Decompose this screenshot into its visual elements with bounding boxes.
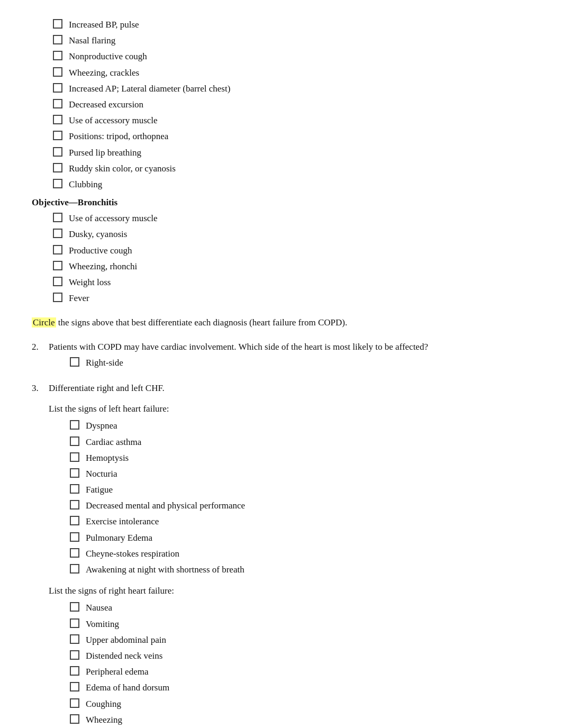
list-item-text: Distended neck veins	[86, 649, 162, 663]
bullet-icon	[53, 19, 62, 29]
circle-instruction: Circle the signs above that best differe…	[32, 315, 530, 330]
question-3: 3. Differentiate right and left CHF. Lis…	[32, 381, 530, 728]
bullet-icon	[53, 179, 62, 188]
bullet-icon	[70, 484, 79, 494]
list-item-text: Nasal flaring	[69, 33, 115, 48]
list-item-text: Increased BP, pulse	[69, 17, 139, 32]
bullet-icon	[70, 618, 79, 628]
list-item-text: Use of accessory muscle	[69, 211, 158, 225]
bullet-icon	[53, 131, 62, 140]
bullet-icon	[70, 436, 79, 446]
list-item: Clubbing	[53, 177, 530, 192]
q2-content: Patients with COPD may have cardiac invo…	[49, 340, 530, 371]
list-item: Edema of hand dorsum	[70, 680, 530, 695]
list-item: Wheezing, rhonchi	[53, 259, 530, 274]
q3-number: 3.	[32, 381, 49, 395]
list-item-text: Wheezing, rhonchi	[69, 259, 137, 274]
list-item-text: Cardiac asthma	[86, 435, 141, 449]
q3-text: Differentiate right and left CHF.	[49, 383, 165, 393]
list-item-text: Fever	[69, 291, 89, 305]
list-item: Pulmonary Edema	[70, 530, 530, 545]
list-item-text: Decreased mental and physical performanc…	[86, 498, 245, 513]
bullet-icon	[70, 714, 79, 724]
bullet-icon	[70, 532, 79, 542]
bullet-icon	[70, 564, 79, 574]
question-2: 2. Patients with COPD may have cardiac i…	[32, 340, 530, 371]
list-item: Cheyne-stokes respiration	[70, 546, 530, 561]
right-failure-label: List the signs of right heart failure:	[49, 584, 530, 598]
list-item-text: Vomiting	[86, 617, 119, 631]
list-item-text: Weight loss	[69, 275, 111, 289]
bullet-icon	[53, 115, 62, 124]
circle-rest: the signs above that best differentiate …	[56, 317, 348, 327]
list-item-text: Ruddy skin color, or cyanosis	[69, 161, 176, 176]
list-item: Vomiting	[70, 616, 530, 632]
list-item-text: Dyspnea	[86, 418, 117, 433]
list-item: Increased AP; Lateral diameter (barrel c…	[53, 81, 530, 96]
list-item: Nonproductive cough	[53, 49, 530, 64]
bullet-icon	[53, 147, 62, 157]
bullet-icon	[70, 634, 79, 644]
list-item-text: Clubbing	[69, 177, 102, 192]
list-item: Dusky, cyanosis	[53, 226, 530, 242]
list-item: Upper abdominal pain	[70, 632, 530, 648]
list-item: Fever	[53, 290, 530, 306]
bullet-icon	[70, 516, 79, 525]
bullet-icon	[53, 213, 62, 222]
list-item-text: Hemoptysis	[86, 451, 129, 465]
list-item: Hemoptysis	[70, 450, 530, 466]
bullet-icon	[53, 99, 62, 108]
list-item: Dyspnea	[70, 418, 530, 433]
list-item-text: Use of accessory muscle	[69, 113, 158, 128]
list-item: Peripheral edema	[70, 664, 530, 679]
list-item-text: Exercise intolerance	[86, 514, 159, 529]
bullet-icon	[53, 51, 62, 60]
list-item: Awakening at night with shortness of bre…	[70, 562, 530, 577]
bullet-icon	[70, 452, 79, 462]
list-item-text: Productive cough	[69, 243, 132, 258]
bullet-icon	[53, 83, 62, 93]
list-item: Wheezing	[70, 712, 530, 727]
list-item: Distended neck veins	[70, 648, 530, 663]
list-item: Wheezing, crackles	[53, 65, 530, 80]
bullet-icon	[70, 682, 79, 691]
list-item-text: Peripheral edema	[86, 665, 148, 679]
bullet-icon	[53, 261, 62, 270]
bronchitis-list: Use of accessory muscleDusky, cyanosisPr…	[32, 211, 530, 306]
list-item: Right-side	[70, 355, 530, 370]
list-item-text: Fatigue	[86, 483, 113, 497]
list-item-text: Decreased excursion	[69, 97, 143, 112]
bullet-icon	[70, 650, 79, 660]
list-item: Positions: tripod, orthopnea	[53, 129, 530, 144]
bullet-icon	[70, 468, 79, 478]
list-item-text: Increased AP; Lateral diameter (barrel c…	[69, 81, 230, 96]
list-item-text: Pulmonary Edema	[86, 531, 152, 545]
list-item-text: Cheyne-stokes respiration	[86, 547, 179, 561]
list-item-text: Nausea	[86, 600, 112, 615]
bullet-icon	[53, 163, 62, 172]
left-failure-list: DyspneaCardiac asthmaHemoptysisNocturiaF…	[49, 418, 530, 577]
bullet-icon	[70, 698, 79, 708]
bullet-icon	[70, 500, 79, 509]
list-item: Decreased mental and physical performanc…	[70, 498, 530, 513]
list-item-text: Nonproductive cough	[69, 49, 147, 63]
list-item: Use of accessory muscle	[53, 113, 530, 128]
list-item-text: Awakening at night with shortness of bre…	[86, 562, 244, 577]
q2-text: Patients with COPD may have cardiac invo…	[49, 342, 428, 352]
list-item-text: Positions: tripod, orthopnea	[69, 129, 168, 143]
q3-content: Differentiate right and left CHF. List t…	[49, 381, 530, 728]
bullet-icon	[70, 420, 79, 430]
bullet-icon	[53, 229, 62, 238]
bullet-icon	[53, 293, 62, 302]
list-item-text: Coughing	[86, 697, 121, 711]
list-item: Decreased excursion	[53, 97, 530, 112]
emphysema-list: Increased BP, pulseNasal flaringNonprodu…	[32, 17, 530, 192]
bullet-icon	[53, 277, 62, 286]
list-item: Productive cough	[53, 243, 530, 258]
list-item-text: Upper abdominal pain	[86, 633, 166, 647]
list-item: Pursed lip breathing	[53, 145, 530, 160]
list-item-text: Nocturia	[86, 467, 117, 481]
list-item: Fatigue	[70, 482, 530, 497]
list-item: Coughing	[70, 696, 530, 712]
list-item: Use of accessory muscle	[53, 211, 530, 226]
